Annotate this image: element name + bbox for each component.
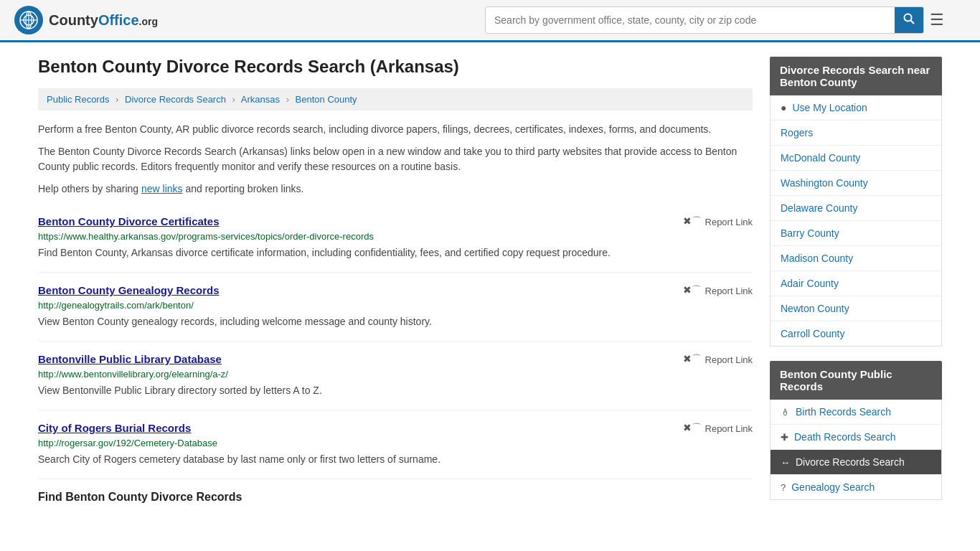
nearby-items: RogersMcDonald CountyWashington CountyDe…: [771, 121, 941, 346]
breadcrumb-divorce-records[interactable]: Divorce Records Search: [125, 94, 226, 105]
records-header: Benton County Public Records: [770, 361, 942, 400]
nearby-link-8[interactable]: Carroll County: [781, 328, 844, 339]
sidebar-icon-2: ↔: [781, 457, 790, 468]
records-sidebar-item-2[interactable]: ↔ Divorce Records Search: [771, 450, 941, 475]
report-label-1: Report Link: [705, 286, 753, 296]
report-link-0[interactable]: ✖⌒ Report Link: [683, 215, 753, 228]
record-url-3[interactable]: http://rogersar.gov/192/Cemetery-Databas…: [38, 438, 753, 448]
nearby-item-3[interactable]: Delaware County: [771, 196, 941, 221]
record-desc-1: View Benton County genealogy records, in…: [38, 314, 753, 329]
records-list-sidebar: 🕯 Birth Records Search ✚ Death Records S…: [770, 400, 942, 500]
breadcrumb-public-records[interactable]: Public Records: [47, 94, 109, 105]
report-icon-0: ✖⌒: [683, 215, 702, 228]
record-item: Benton County Divorce Certificates ✖⌒ Re…: [38, 204, 753, 273]
record-url-1[interactable]: http://genealogytrails.com/ark/benton/: [38, 300, 753, 311]
record-desc-3: Search City of Rogers cemetery database …: [38, 452, 753, 467]
records-sidebar-link-3[interactable]: Genealogy Search: [791, 481, 875, 493]
menu-icon[interactable]: ☰: [930, 11, 944, 29]
breadcrumb: Public Records › Divorce Records Search …: [38, 88, 753, 110]
record-item: Bentonville Public Library Database ✖⌒ R…: [38, 342, 753, 410]
find-records-heading: Find Benton County Divorce Records: [38, 485, 753, 504]
description-3: Help others by sharing new links and rep…: [38, 182, 753, 197]
logo[interactable]: CountyOffice.org: [14, 6, 158, 34]
report-label-2: Report Link: [705, 354, 753, 365]
record-title-1[interactable]: Benton County Genealogy Records: [38, 284, 220, 296]
nearby-item-7[interactable]: Newton County: [771, 296, 941, 321]
nearby-section: Divorce Records Search near Benton Count…: [770, 57, 942, 347]
report-link-2[interactable]: ✖⌒ Report Link: [683, 353, 753, 366]
nearby-link-2[interactable]: Washington County: [781, 177, 868, 189]
records-sidebar-link-1[interactable]: Death Records Search: [794, 431, 896, 443]
record-url-2[interactable]: http://www.bentonvillelibrary.org/elearn…: [38, 369, 753, 380]
nearby-link-7[interactable]: Newton County: [781, 303, 849, 314]
nearby-link-1[interactable]: McDonald County: [781, 152, 860, 164]
record-desc-0: Find Benton County, Arkansas divorce cer…: [38, 245, 753, 260]
description-2: The Benton County Divorce Records Search…: [38, 144, 753, 174]
records-sidebar-link-0[interactable]: Birth Records Search: [796, 406, 891, 418]
location-icon: ●: [781, 102, 786, 113]
use-location-link[interactable]: Use My Location: [792, 102, 867, 113]
logo-icon: [14, 6, 43, 34]
nearby-link-3[interactable]: Delaware County: [781, 202, 857, 214]
description-1: Perform a free Benton County, AR public …: [38, 122, 753, 137]
search-area: ☰: [485, 6, 944, 34]
nearby-item-6[interactable]: Adair County: [771, 271, 941, 296]
record-item: Benton County Genealogy Records ✖⌒ Repor…: [38, 273, 753, 342]
use-my-location[interactable]: ● Use My Location: [771, 95, 941, 121]
new-links-link[interactable]: new links: [141, 183, 183, 194]
nearby-link-4[interactable]: Barry County: [781, 227, 839, 239]
report-link-3[interactable]: ✖⌒ Report Link: [683, 422, 753, 435]
nearby-list: ● Use My Location RogersMcDonald CountyW…: [770, 95, 942, 347]
svg-line-6: [911, 21, 915, 24]
records-sidebar-item-0[interactable]: 🕯 Birth Records Search: [771, 400, 941, 425]
nearby-item-2[interactable]: Washington County: [771, 171, 941, 196]
svg-point-5: [905, 14, 912, 22]
record-title-2[interactable]: Bentonville Public Library Database: [38, 353, 222, 365]
records-sidebar-item-1[interactable]: ✚ Death Records Search: [771, 425, 941, 450]
records-sidebar-items: 🕯 Birth Records Search ✚ Death Records S…: [771, 400, 941, 499]
report-icon-3: ✖⌒: [683, 422, 702, 435]
nearby-item-4[interactable]: Barry County: [771, 221, 941, 246]
record-url-0[interactable]: https://www.healthy.arkansas.gov/program…: [38, 231, 753, 242]
records-sidebar-item-3[interactable]: ? Genealogy Search: [771, 475, 941, 499]
records-list: Benton County Divorce Certificates ✖⌒ Re…: [38, 204, 753, 479]
record-title-3[interactable]: City of Rogers Burial Records: [38, 422, 191, 434]
nearby-item-0[interactable]: Rogers: [771, 121, 941, 146]
records-section: Benton County Public Records 🕯 Birth Rec…: [770, 361, 942, 500]
nearby-link-0[interactable]: Rogers: [781, 127, 813, 138]
sidebar-icon-0: 🕯: [781, 407, 790, 418]
record-item: City of Rogers Burial Records ✖⌒ Report …: [38, 410, 753, 479]
nearby-item-8[interactable]: Carroll County: [771, 321, 941, 346]
sidebar-icon-3: ?: [781, 482, 786, 493]
report-label-3: Report Link: [705, 423, 753, 434]
page-title: Benton County Divorce Records Search (Ar…: [38, 57, 753, 77]
nearby-item-1[interactable]: McDonald County: [771, 146, 941, 171]
nearby-link-5[interactable]: Madison County: [781, 253, 853, 264]
records-sidebar-link-2[interactable]: Divorce Records Search: [796, 456, 905, 468]
record-desc-2: View Bentonville Public Library director…: [38, 383, 753, 398]
report-link-1[interactable]: ✖⌒ Report Link: [683, 284, 753, 297]
logo-text: CountyOffice.org: [49, 12, 158, 29]
search-input[interactable]: [486, 7, 895, 33]
breadcrumb-benton-county[interactable]: Benton County: [296, 94, 357, 105]
nearby-link-6[interactable]: Adair County: [781, 278, 839, 289]
record-title-0[interactable]: Benton County Divorce Certificates: [38, 215, 220, 227]
report-label-0: Report Link: [705, 217, 753, 227]
breadcrumb-arkansas[interactable]: Arkansas: [241, 94, 280, 105]
report-icon-2: ✖⌒: [683, 353, 702, 366]
nearby-header: Divorce Records Search near Benton Count…: [770, 57, 942, 95]
sidebar-icon-1: ✚: [781, 432, 788, 443]
search-button[interactable]: [895, 7, 923, 33]
main-content: Benton County Divorce Records Search (Ar…: [38, 57, 753, 514]
sidebar: Divorce Records Search near Benton Count…: [770, 57, 942, 514]
report-icon-1: ✖⌒: [683, 284, 702, 297]
nearby-item-5[interactable]: Madison County: [771, 246, 941, 271]
